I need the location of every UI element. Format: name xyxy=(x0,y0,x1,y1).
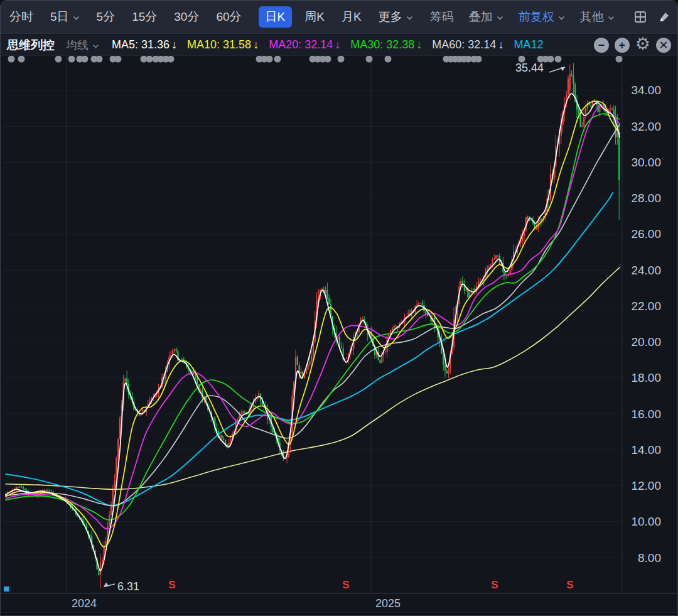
other-dropdown[interactable]: 其他 xyxy=(580,9,615,25)
tab-weekly-k[interactable]: 周K xyxy=(304,9,325,25)
y-axis-tick: 10.00 xyxy=(631,515,661,528)
adjust-mode-dropdown[interactable]: 前复权 xyxy=(519,9,565,25)
x-axis-label-2024: 2024 xyxy=(72,597,97,610)
tab-fenshi[interactable]: 分时 xyxy=(9,9,33,25)
chevron-down-icon xyxy=(497,16,503,20)
bottom-strip xyxy=(1,613,678,616)
sell-signal: S xyxy=(168,579,175,591)
y-axis-tick: 34.00 xyxy=(631,84,661,97)
brush-icon[interactable] xyxy=(657,10,671,24)
chevron-down-icon xyxy=(558,16,565,20)
low-annotation: 6.31 xyxy=(117,580,139,593)
tab-daily-k[interactable]: 日K xyxy=(259,6,293,28)
ma5-value: MA5: 31.36↓ xyxy=(112,38,177,51)
tab-30min[interactable]: 30分 xyxy=(174,9,199,25)
scroll-handle-marker xyxy=(4,586,9,592)
sell-signal: S xyxy=(342,579,349,591)
tab-15min[interactable]: 15分 xyxy=(132,9,157,25)
y-axis-tick: 30.00 xyxy=(631,156,661,169)
high-annotation: 35.44 xyxy=(515,62,544,74)
stock-chart-window: 分时 5日 5分 15分 30分 60分 日K 周K 月K 更多 筹码 叠加 前… xyxy=(0,0,678,616)
y-axis-tick: 20.00 xyxy=(631,335,661,349)
gear-icon[interactable]: ⚙ xyxy=(635,36,650,53)
tab-60min[interactable]: 60分 xyxy=(216,9,241,25)
y-axis-tick: 12.00 xyxy=(631,479,661,492)
toolbar-right-group: 筹码 叠加 前复权 其他 xyxy=(430,9,678,25)
stock-name: 思维列控 xyxy=(7,37,55,53)
y-axis-tick: 32.00 xyxy=(631,120,661,133)
y-axis-tick: 26.00 xyxy=(631,227,661,240)
chevron-down-icon xyxy=(73,16,80,20)
close-icon[interactable]: ✕ xyxy=(656,38,671,53)
y-axis-tick: 16.00 xyxy=(631,408,661,421)
grid-layout-icon[interactable] xyxy=(633,10,647,24)
ma-legend-bar: 思维列控 均线 MA5: 31.36↓ MA10: 31.58↓ MA20: 3… xyxy=(1,35,677,56)
tab-5day[interactable]: 5日 xyxy=(50,9,80,25)
chevron-down-icon xyxy=(406,16,413,20)
y-axis-tick: 14.00 xyxy=(631,443,661,457)
y-axis-tick: 28.00 xyxy=(631,192,661,205)
ma-selector-dropdown[interactable]: 均线 xyxy=(66,38,99,53)
ma20-value: MA20: 32.14↓ xyxy=(269,38,340,51)
ma10-value: MA10: 31.58↓ xyxy=(187,38,259,51)
ma30-value: MA30: 32.38↓ xyxy=(350,38,422,51)
ma120-value: MA12 xyxy=(514,38,543,51)
y-axis-tick: 24.00 xyxy=(631,264,661,277)
zoom-out-icon[interactable]: − xyxy=(594,38,609,53)
ma60-value: MA60: 32.14↓ xyxy=(432,38,503,51)
tab-5min[interactable]: 5分 xyxy=(97,9,116,25)
chart-canvas[interactable]: 35.446.31SSSS34.0032.0030.0028.0026.0024… xyxy=(1,56,678,616)
chips-button[interactable]: 筹码 xyxy=(430,9,454,25)
chevron-down-icon xyxy=(92,44,99,48)
sell-signal: S xyxy=(566,579,573,591)
sell-signal: S xyxy=(491,579,498,591)
y-axis-tick: 18.00 xyxy=(631,371,661,384)
period-toolbar: 分时 5日 5分 15分 30分 60分 日K 周K 月K 更多 筹码 叠加 前… xyxy=(1,1,677,34)
toolbar-icons xyxy=(633,10,678,24)
y-axis-tick: 22.00 xyxy=(631,300,661,313)
zoom-in-icon[interactable]: + xyxy=(615,38,630,53)
tab-monthly-k[interactable]: 月K xyxy=(342,9,362,25)
overlay-button[interactable]: 叠加 xyxy=(469,9,503,25)
y-axis-tick: 8.00 xyxy=(638,551,661,565)
legend-window-icons: − + ⚙ ✕ xyxy=(594,37,671,53)
candlestick-chart[interactable]: 35.446.31SSSS34.0032.0030.0028.0026.0024… xyxy=(1,56,678,616)
x-axis-label-2025: 2025 xyxy=(375,597,401,610)
tab-more[interactable]: 更多 xyxy=(379,9,413,25)
chevron-down-icon xyxy=(608,16,615,20)
